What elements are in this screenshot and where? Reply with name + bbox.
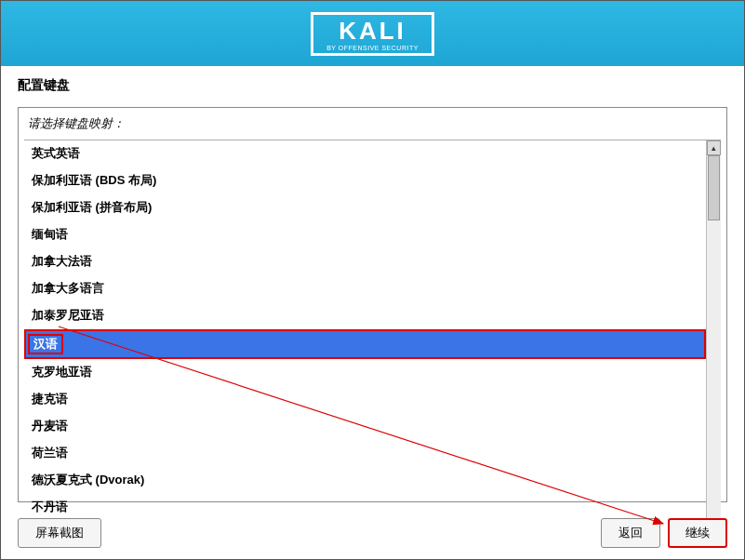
keyboard-item[interactable]: 保加利亚语 (BDS 布局) [24, 167, 706, 194]
footer: 屏幕截图 返回 继续 [18, 518, 727, 548]
keyboard-item[interactable]: 缅甸语 [24, 221, 706, 248]
page-title: 配置键盘 [1, 66, 744, 101]
keyboard-item[interactable]: 加拿大多语言 [24, 275, 706, 302]
keyboard-item[interactable]: 荷兰语 [24, 440, 706, 467]
scrollbar[interactable]: ▴ ▾ [706, 140, 721, 548]
keyboard-item[interactable]: 汉语 [24, 329, 706, 359]
scroll-up-icon[interactable]: ▴ [707, 140, 721, 155]
keyboard-item[interactable]: 加拿大法语 [24, 248, 706, 275]
kali-logo: KALI BY OFFENSIVE SECURITY [311, 12, 434, 56]
screenshot-button[interactable]: 屏幕截图 [18, 518, 101, 548]
back-button[interactable]: 返回 [601, 518, 660, 548]
keyboard-panel: 请选择键盘映射： 英式英语保加利亚语 (BDS 布局)保加利亚语 (拼音布局)缅… [18, 107, 727, 502]
prompt-label: 请选择键盘映射： [19, 108, 726, 140]
keyboard-item[interactable]: 捷克语 [24, 386, 706, 413]
keyboard-item[interactable]: 德沃夏克式 (Dvorak) [24, 467, 706, 494]
continue-button[interactable]: 继续 [668, 518, 727, 548]
logo-subtitle: BY OFFENSIVE SECURITY [326, 45, 419, 51]
keyboard-item[interactable]: 加泰罗尼亚语 [24, 302, 706, 329]
logo-text: KALI [339, 19, 406, 43]
keyboard-item[interactable]: 保加利亚语 (拼音布局) [24, 194, 706, 221]
keyboard-item[interactable]: 克罗地亚语 [24, 359, 706, 386]
keyboard-list[interactable]: 英式英语保加利亚语 (BDS 布局)保加利亚语 (拼音布局)缅甸语加拿大法语加拿… [24, 140, 706, 548]
keyboard-item[interactable]: 丹麦语 [24, 413, 706, 440]
scroll-thumb[interactable] [708, 155, 720, 220]
keyboard-item[interactable]: 英式英语 [24, 140, 706, 167]
header-banner: KALI BY OFFENSIVE SECURITY [1, 1, 744, 66]
keyboard-item[interactable]: 不丹语 [24, 494, 706, 521]
